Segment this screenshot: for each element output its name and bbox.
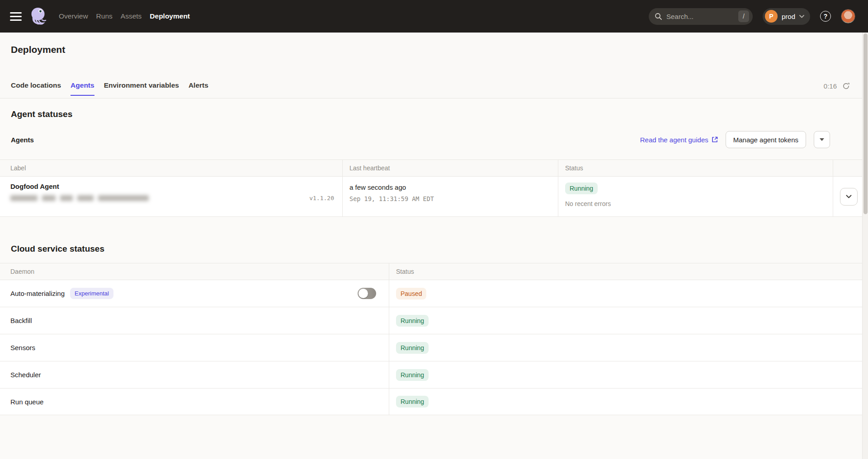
auto-materializing-toggle-off[interactable] [358,288,376,299]
agent-id-redacted [10,195,149,201]
topbar-right-cluster: / P prod ? [649,8,855,25]
agent-heartbeat-cell: a few seconds ago Sep 19, 11:31:59 AM ED… [343,177,558,216]
column-header-daemon: Daemon [0,263,389,280]
agent-actions-cell [833,177,864,216]
org-avatar: P [765,10,778,23]
search-input[interactable] [666,13,738,20]
tab-agents[interactable]: Agents [71,81,94,96]
agent-status-detail: No recent errors [565,200,826,207]
primary-nav-links: Overview Runs Assets Deployment [59,12,190,20]
agent-tokens-menu-button[interactable] [814,131,830,148]
daemon-status-cell: Running [389,307,862,334]
user-avatar[interactable] [841,9,855,23]
agents-table: Label Last heartbeat Status Dogfood Agen… [0,159,862,217]
daemon-name: Run queue [10,398,43,406]
search-icon [655,13,662,20]
agents-table-header: Label Last heartbeat Status [0,159,862,176]
read-agent-guides-link[interactable]: Read the agent guides [640,136,718,144]
daemon-cell: Scheduler [0,361,389,388]
manage-agent-tokens-button[interactable]: Manage agent tokens [726,131,806,148]
daemon-row-auto-materializing: Auto-materializing Experimental Paused [0,280,862,307]
heartbeat-relative: a few seconds ago [349,183,551,191]
guide-link-label: Read the agent guides [640,136,708,144]
agent-name: Dogfood Agent [10,183,335,190]
daemon-status-cell: Running [389,361,862,388]
help-icon[interactable]: ? [820,11,831,22]
column-header-actions [833,160,862,176]
refresh-icon[interactable] [842,82,850,90]
agent-status-badge: Running [565,183,598,194]
chevron-down-icon [799,15,804,18]
nav-link-deployment[interactable]: Deployment [150,12,190,20]
status-badge-paused: Paused [396,288,426,300]
global-search[interactable]: / [649,8,753,25]
agent-version: v1.1.20 [309,195,334,201]
daemon-row-scheduler: Scheduler Running [0,361,862,388]
agent-table-row: Dogfood Agent v1.1.20 a few seconds ago … [0,176,862,217]
tab-environment-variables[interactable]: Environment variables [104,81,179,96]
nav-link-assets[interactable]: Assets [121,12,142,20]
column-header-status: Status [389,263,862,280]
daemon-status-cell: Running [389,334,862,361]
scrollbar-thumb[interactable] [863,33,868,214]
cloud-service-statuses-heading: Cloud service statuses [0,244,868,254]
status-badge-running: Running [396,396,429,407]
org-switcher[interactable]: P prod [763,8,810,25]
daemon-name: Backfill [10,317,32,324]
heartbeat-absolute: Sep 19, 11:31:59 AM EDT [349,195,551,202]
daemon-cell: Sensors [0,334,389,361]
daemon-row-run-queue: Run queue Running [0,388,862,415]
daemon-name: Scheduler [10,371,41,379]
nav-link-runs[interactable]: Runs [96,12,113,20]
tab-alerts[interactable]: Alerts [189,81,208,96]
main-content: Agent statuses Agents Read the agent gui… [0,98,868,415]
daemon-cell: Auto-materializing Experimental [0,280,389,307]
hamburger-menu-icon[interactable] [10,10,22,22]
daemon-status-cell: Paused [389,280,862,307]
daemon-name: Auto-materializing [10,290,65,297]
experimental-badge: Experimental [70,288,113,299]
column-header-label: Label [0,160,343,176]
status-badge-running: Running [396,342,429,354]
column-header-last-heartbeat: Last heartbeat [343,160,558,176]
page-title: Deployment [11,33,857,55]
caret-down-icon [820,138,824,141]
agents-subheading: Agents [11,136,34,144]
status-badge-running: Running [396,369,429,381]
cloud-table-header: Daemon Status [0,263,862,280]
daemon-name: Sensors [10,344,35,351]
status-badge-running: Running [396,315,429,327]
agents-action-row: Agents Read the agent guides Manage agen… [11,131,830,148]
daemon-row-sensors: Sensors Running [0,334,862,361]
agent-statuses-heading: Agent statuses [0,98,868,119]
refresh-countdown: 0:16 [824,82,837,90]
tab-code-locations[interactable]: Code locations [11,81,61,96]
agent-expand-button[interactable] [840,188,858,206]
nav-link-overview[interactable]: Overview [59,12,88,20]
dagster-octopus-logo[interactable] [30,7,47,26]
daemon-cell: Backfill [0,307,389,334]
deployment-tabs: Code locations Agents Environment variab… [11,81,208,98]
search-shortcut-key: / [738,10,749,22]
external-link-icon [712,136,718,143]
daemon-row-backfill: Backfill Running [0,307,862,334]
top-navigation-bar: Overview Runs Assets Deployment / P prod… [0,0,868,33]
daemon-status-cell: Running [389,389,862,415]
column-header-status: Status [558,160,833,176]
daemon-cell: Run queue [0,389,389,415]
refresh-area: 0:16 [824,82,850,90]
agent-status-cell: Running No recent errors [558,177,833,216]
org-name: prod [782,13,795,20]
cloud-services-table: Daemon Status Auto-materializing Experim… [0,263,862,415]
chevron-down-icon [846,195,852,198]
page-header: Deployment Code locations Agents Environ… [0,33,868,98]
vertical-scrollbar[interactable] [862,33,868,459]
agent-label-cell: Dogfood Agent v1.1.20 [0,177,343,216]
